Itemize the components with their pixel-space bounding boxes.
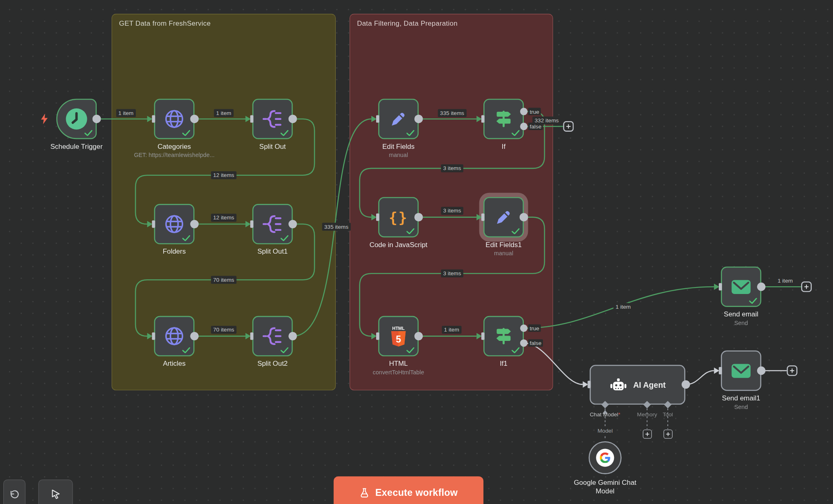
edge-label: 70 items [211,326,236,334]
node-label: If1 [500,360,507,368]
output-port[interactable] [414,115,423,123]
node-label: AI Agent [633,380,666,389]
node-label: Categories GET: https://teamlewishelpde.… [134,142,214,158]
edge-label: 1 item [775,277,795,285]
node-split-out[interactable] [253,99,293,139]
node-send-email[interactable] [721,267,761,307]
node-subtitle: GET: https://teamlewishelpde... [134,152,214,158]
workflow-canvas[interactable]: GET Data from FreshService Data Filterin… [0,0,833,504]
input-port[interactable] [376,332,379,340]
input-port[interactable] [152,332,155,340]
wire-ai-agent-to-send-email1[interactable] [686,371,714,385]
group-title: Data Filtering, Data Preparation [357,19,457,27]
add-memory-button[interactable] [643,430,652,439]
output-port[interactable] [288,332,297,340]
output-port[interactable] [190,220,199,228]
robot-icon [609,378,627,392]
input-port[interactable] [152,115,155,123]
required-asterisk: * [618,411,620,418]
model-connection-label: Model [595,427,615,435]
node-html[interactable]: HTML 5 [378,316,419,356]
input-port[interactable] [376,214,379,221]
flask-icon [359,488,370,498]
port-tag-false: false [528,339,543,347]
plus-icon [566,124,571,129]
memory-port-label: Memory [636,411,659,418]
group-title: GET Data from FreshService [119,19,211,27]
edge-label: 1 item [614,303,633,311]
input-port[interactable] [250,332,253,340]
edge-label: 70 items [211,276,236,284]
input-port[interactable] [250,115,253,123]
output-port[interactable] [414,332,423,340]
success-check-icon [84,130,93,136]
group-freshservice[interactable]: GET Data from FreshService [111,14,336,390]
output-port[interactable] [757,367,766,375]
output-port-false[interactable] [520,339,527,347]
input-port[interactable] [152,220,155,228]
edge-label: 12 items [211,214,236,222]
node-subtitle: manual [382,152,414,158]
node-google-gemini-chat-model[interactable] [589,441,622,474]
add-node-button[interactable] [563,121,574,132]
output-port[interactable] [190,115,199,123]
input-port[interactable] [719,367,722,374]
success-check-icon [281,347,289,353]
output-port[interactable] [682,380,690,389]
node-split-out1[interactable] [253,204,293,244]
undo-button[interactable] [3,480,26,504]
input-port[interactable] [481,115,485,123]
output-port-false[interactable] [520,123,527,130]
success-check-icon [281,235,289,241]
input-port[interactable] [719,283,722,290]
node-ai-agent[interactable]: AI Agent [590,365,685,405]
node-if[interactable] [483,99,524,139]
node-categories[interactable] [154,99,195,139]
node-folders[interactable] [154,204,195,244]
input-port[interactable] [481,214,485,221]
node-label: Edit Fields manual [382,142,414,158]
success-check-icon [281,130,289,136]
success-check-icon [182,130,191,136]
node-edit-fields[interactable] [378,99,419,139]
output-port-true[interactable] [520,325,527,332]
output-port[interactable] [757,283,766,291]
tidy-up-button[interactable] [38,480,73,504]
success-check-icon [406,130,414,136]
output-port[interactable] [414,213,423,221]
output-port[interactable] [288,115,297,123]
node-send-email1[interactable] [721,351,761,391]
success-check-icon [512,347,520,353]
envelope-icon [722,351,760,390]
input-port[interactable] [481,332,485,340]
svg-text:5: 5 [396,334,401,345]
lightning-bolt-icon [40,114,49,124]
input-port[interactable] [376,115,379,123]
node-articles[interactable] [154,316,195,356]
node-schedule-trigger[interactable] [56,99,97,139]
execute-workflow-button[interactable]: Execute workflow [334,476,483,504]
plus-icon [666,432,671,437]
node-split-out2[interactable] [253,316,293,356]
output-port[interactable] [520,213,528,221]
output-port-true[interactable] [520,108,527,115]
success-check-icon [182,235,191,241]
add-node-button[interactable] [801,281,812,292]
edge-label: 335 items [322,223,350,231]
chat-model-port-label: Chat Model* [588,411,622,418]
output-port[interactable] [288,220,297,228]
output-port[interactable] [93,115,101,123]
node-edit-fields1[interactable] [483,197,524,237]
input-port[interactable] [250,220,253,228]
node-label: Send email1 Send [722,394,760,410]
add-tool-button[interactable] [664,430,673,439]
port-tag-false: false [528,123,543,130]
add-node-button[interactable] [787,365,798,376]
node-label: If [502,142,505,150]
node-code-in-javascript[interactable]: {} [378,197,419,237]
node-if1[interactable] [483,316,524,356]
success-check-icon [182,347,191,353]
output-port[interactable] [190,332,199,340]
port-tag-true: true [528,108,541,115]
input-port[interactable] [587,381,591,388]
